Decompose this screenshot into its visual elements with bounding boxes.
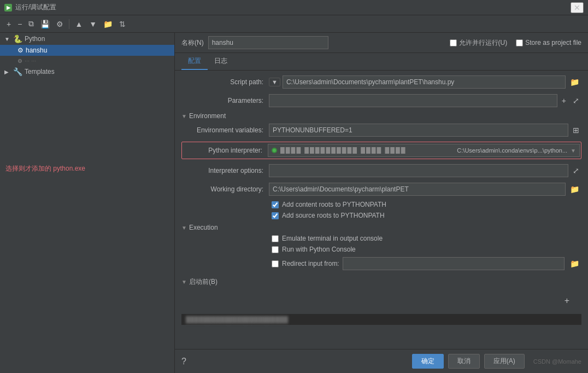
tree-item-item2[interactable]: ⚙ ··· ··· <box>0 56 174 66</box>
settings-button[interactable]: ⚙ <box>54 19 66 30</box>
interpreter-label: Python interpreter: <box>183 147 268 154</box>
run-with-console-row: Run with Python Console <box>181 246 581 253</box>
interpreter-path-text: C:\Users\admin\.conda\envs\p...\python..… <box>457 147 567 154</box>
script-path-folder-btn[interactable]: 📁 <box>568 77 581 88</box>
up-button[interactable]: ▲ <box>73 19 85 30</box>
parameters-row: Parameters: + ⤢ <box>181 94 581 108</box>
footer: ? 确定 取消 应用(A) CSDN @Momahe <box>175 349 588 373</box>
parameters-expand-btn[interactable]: ⤢ <box>571 95 581 106</box>
script-path-label: Script path: <box>181 78 269 86</box>
parameters-add-btn[interactable]: + <box>560 95 568 106</box>
environment-section-header[interactable]: ▼ Environment <box>181 112 581 120</box>
help-button[interactable]: ? <box>181 357 186 366</box>
left-panel: ▼ 🐍 Python ⚙ hanshu ⚙ ··· ··· ▶ 🔧 Templa… <box>0 33 175 373</box>
working-dir-folder-btn[interactable]: 📁 <box>568 184 581 195</box>
run-with-console-label: Run with Python Console <box>282 246 356 253</box>
add-source-roots-checkbox[interactable] <box>272 212 279 219</box>
main-area: ▼ 🐍 Python ⚙ hanshu ⚙ ··· ··· ▶ 🔧 Templa… <box>0 33 588 373</box>
run-with-console-checkbox[interactable] <box>272 246 279 253</box>
execution-section-header[interactable]: ▼ Execution <box>181 224 581 231</box>
before-launch-arrow: ▼ <box>181 279 187 285</box>
toolbar-separator <box>69 19 69 29</box>
apply-button[interactable]: 应用(A) <box>484 354 525 369</box>
interpreter-options-expand-btn[interactable]: ⤢ <box>571 165 581 176</box>
emulate-terminal-label: Emulate terminal in output console <box>282 235 383 242</box>
templates-label: Templates <box>25 68 55 75</box>
name-input[interactable] <box>208 36 328 49</box>
folder-button[interactable]: 📁 <box>101 19 115 30</box>
confirm-button[interactable]: 确定 <box>412 354 444 369</box>
execution-label: Execution <box>189 224 218 231</box>
copy-config-button[interactable]: ⧉ <box>26 18 36 30</box>
sort-button[interactable]: ⇅ <box>117 19 128 30</box>
interpreter-inner: Python interpreter: ████ ██████████ ████… <box>183 143 580 158</box>
add-content-roots-row: Add content roots to PYTHONPATH <box>181 201 581 208</box>
python-label: Python <box>25 35 45 43</box>
down-button[interactable]: ▼ <box>87 19 99 30</box>
before-launch-section-header[interactable]: ▼ 启动前(B) <box>181 277 581 287</box>
interpreter-field[interactable]: ████ ██████████ ████ ████ C:\Users\admin… <box>268 144 580 157</box>
script-path-expand-btn[interactable]: ▼ <box>269 78 280 86</box>
execution-arrow: ▼ <box>181 225 187 231</box>
python-arrow: ▼ <box>4 36 11 42</box>
add-content-roots-label: Add content roots to PYTHONPATH <box>282 201 386 208</box>
before-launch-add-btn[interactable]: + <box>561 295 573 307</box>
python-icon: 🐍 <box>13 34 22 43</box>
emulate-terminal-row: Emulate terminal in output console <box>181 235 581 242</box>
env-vars-label: Environment variables: <box>181 126 269 134</box>
store-project-checkbox-label[interactable]: Store as project file <box>516 39 581 46</box>
title-bar-title: 运行/调试配置 <box>15 3 56 12</box>
redirect-input-folder-btn[interactable]: 📁 <box>568 258 581 269</box>
script-path-field: ▼ 📁 <box>269 75 581 89</box>
interpreter-dropdown-arrow: ▼ <box>571 148 576 154</box>
interpreter-blurred-text: ████ ██████████ ████ ████ <box>280 147 454 154</box>
before-launch-label: 启动前(B) <box>189 277 217 287</box>
right-panel: 名称(N) 允许并行运行(U) Store as project file 配置… <box>175 33 588 373</box>
interpreter-options-input[interactable] <box>269 164 568 177</box>
title-bar-left: ▶ 运行/调试配置 <box>4 3 56 12</box>
before-launch-content: ████████████████████████ <box>186 316 288 323</box>
brand-text: CSDN @Momahe <box>533 358 581 365</box>
add-content-roots-checkbox[interactable] <box>272 201 279 208</box>
add-config-button[interactable]: + <box>4 19 13 30</box>
script-path-input[interactable] <box>283 75 566 89</box>
tree-item-templates[interactable]: ▶ 🔧 Templates <box>0 66 174 78</box>
redirect-input-input[interactable] <box>343 257 565 270</box>
parallel-run-checkbox-label[interactable]: 允许并行运行(U) <box>450 38 508 48</box>
cancel-button[interactable]: 取消 <box>448 354 480 369</box>
tree-item-hanshu[interactable]: ⚙ hanshu <box>0 45 174 56</box>
form-content: Script path: ▼ 📁 Parameters: + ⤢ ▼ <box>175 71 588 349</box>
tab-config[interactable]: 配置 <box>181 53 208 70</box>
remove-config-button[interactable]: − <box>15 19 24 30</box>
store-project-checkbox[interactable] <box>516 39 523 46</box>
emulate-terminal-checkbox[interactable] <box>272 235 279 242</box>
tab-log[interactable]: 日志 <box>208 53 234 70</box>
env-vars-field: ⊞ <box>269 124 581 137</box>
env-vars-edit-btn[interactable]: ⊞ <box>571 125 581 136</box>
item2-label: ··· ··· <box>25 57 36 64</box>
item2-icon: ⚙ <box>17 58 22 64</box>
redirect-input-checkbox[interactable] <box>272 260 279 267</box>
env-vars-row: Environment variables: ⊞ <box>181 123 581 137</box>
script-path-row: Script path: ▼ 📁 <box>181 75 581 89</box>
hanshu-icon: ⚙ <box>17 46 23 54</box>
working-dir-row: Working directory: 📁 <box>181 182 581 196</box>
interpreter-options-label: Interpreter options: <box>181 167 269 174</box>
parameters-input[interactable] <box>269 94 557 107</box>
parameters-label: Parameters: <box>181 97 269 104</box>
parallel-run-checkbox[interactable] <box>450 39 457 46</box>
checkbox-group: 允许并行运行(U) Store as project file <box>450 38 581 48</box>
working-dir-input[interactable] <box>269 183 566 196</box>
hanshu-label: hanshu <box>26 46 47 54</box>
title-bar: ▶ 运行/调试配置 ✕ <box>0 0 588 15</box>
interpreter-options-field: ⤢ <box>269 164 581 177</box>
close-button[interactable]: ✕ <box>571 2 584 13</box>
redirect-input-label: Redirect input from: <box>282 260 339 267</box>
tree-item-python[interactable]: ▼ 🐍 Python <box>0 33 174 45</box>
working-dir-label: Working directory: <box>181 185 269 193</box>
app-icon: ▶ <box>4 4 12 11</box>
env-vars-input[interactable] <box>269 124 568 137</box>
save-config-button[interactable]: 💾 <box>38 19 52 30</box>
interpreter-status-dot <box>272 148 277 153</box>
add-source-roots-label: Add source roots to PYTHONPATH <box>282 212 385 219</box>
